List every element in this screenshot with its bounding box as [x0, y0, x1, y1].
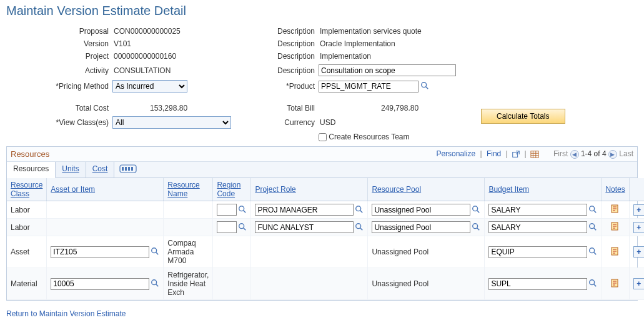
project-desc: Implementation	[319, 52, 481, 61]
page-title: Maintain Version Estimate Detail	[6, 4, 638, 18]
pricing-method-select[interactable]: As Incurred	[112, 80, 187, 92]
add-row-button[interactable]: +	[633, 246, 644, 258]
region-code-lookup-icon[interactable]	[238, 205, 247, 215]
col-resource-name[interactable]: Resource Name	[164, 178, 213, 201]
budget-item-lookup-icon[interactable]	[588, 247, 597, 257]
product-lookup-icon[interactable]	[420, 81, 429, 91]
activity-label: Activity	[6, 66, 112, 75]
budget-item-lookup-icon[interactable]	[588, 222, 597, 232]
pager-first: First	[553, 149, 568, 158]
resource-pool-input[interactable]	[372, 204, 470, 216]
currency-value: USD	[319, 118, 481, 127]
version-desc: Oracle Implementation	[319, 39, 481, 48]
budget-item-input[interactable]	[488, 221, 587, 233]
product-label: *Product	[269, 82, 319, 91]
region-code-input[interactable]	[217, 204, 237, 216]
tab-units[interactable]: Units	[56, 162, 86, 178]
col-project-role[interactable]: Project Role	[251, 178, 368, 201]
resource-pool-input[interactable]	[372, 221, 470, 233]
project-role-lookup-icon[interactable]	[355, 205, 364, 215]
proposal-desc: Implementation services quote	[319, 27, 481, 36]
personalize-link[interactable]: Personalize	[436, 149, 475, 158]
add-row-button[interactable]: +	[633, 204, 644, 216]
asset-item-lookup-icon[interactable]	[151, 247, 159, 257]
activity-value: CONSULTATION	[112, 66, 269, 75]
col-resource-pool[interactable]: Resource Pool	[368, 178, 485, 201]
find-link[interactable]: Find	[487, 149, 501, 158]
asset-item-lookup-icon[interactable]	[151, 279, 159, 289]
pricing-method-label: *Pricing Method	[6, 82, 112, 91]
region-code-input[interactable]	[217, 221, 237, 233]
activity-desc-input[interactable]	[319, 64, 456, 76]
asset-item-input[interactable]	[51, 278, 149, 290]
resources-grid: Resources Personalize | Find | | First ◀…	[6, 146, 638, 301]
budget-item-lookup-icon[interactable]	[588, 279, 597, 289]
resource-name-cell	[164, 219, 213, 236]
notes-icon[interactable]	[610, 281, 620, 290]
product-input[interactable]	[319, 81, 419, 92]
calculate-totals-button[interactable]: Calculate Totals	[481, 109, 565, 124]
version-value: V101	[112, 39, 269, 48]
total-cost-label: Total Cost	[6, 104, 112, 112]
asset-item-input[interactable]	[51, 246, 149, 258]
total-bill-value: 249,798.80	[319, 104, 481, 112]
budget-item-lookup-icon[interactable]	[588, 205, 597, 215]
project-role-lookup-icon[interactable]	[355, 222, 364, 232]
resource-name-cell: Compaq Armada M700	[164, 236, 213, 268]
resource-pool-lookup-icon[interactable]	[472, 205, 480, 215]
add-row-button[interactable]: +	[633, 278, 644, 289]
resource-pool-value: Unassigned Pool	[372, 248, 429, 256]
proposal-value: CON000000000025	[112, 27, 269, 36]
tab-resources[interactable]: Resources	[7, 162, 56, 178]
table-row: Labor + −	[7, 219, 644, 236]
proposal-label: Proposal	[6, 27, 112, 36]
resource-class-cell: Material	[7, 268, 47, 300]
col-asset-item[interactable]: Asset or Item	[47, 178, 164, 201]
project-role-input[interactable]	[255, 221, 354, 233]
create-resources-team-checkbox[interactable]	[319, 133, 327, 141]
tab-cost[interactable]: Cost	[86, 162, 115, 178]
col-notes[interactable]: Notes	[602, 178, 629, 201]
currency-label: Currency	[269, 118, 319, 127]
activity-desc-label: Description	[269, 66, 319, 75]
view-classes-select[interactable]: All	[112, 116, 231, 129]
zoom-icon[interactable]	[512, 149, 520, 158]
table-row: Labor + −	[7, 201, 644, 219]
expand-tabs-icon[interactable]	[114, 162, 142, 178]
total-cost-value: 153,298.80	[112, 104, 269, 112]
region-code-lookup-icon[interactable]	[238, 222, 247, 232]
version-label: Version	[6, 39, 112, 48]
notes-icon[interactable]	[610, 249, 620, 258]
add-row-button[interactable]: +	[633, 222, 644, 233]
return-link[interactable]: Return to Maintain Version Estimate	[6, 309, 126, 318]
view-all-icon[interactable]	[530, 149, 539, 158]
resource-pool-lookup-icon[interactable]	[472, 222, 480, 232]
budget-item-input[interactable]	[488, 246, 587, 258]
resource-pool-value: Unassigned Pool	[372, 279, 429, 288]
view-classes-label: *View Class(es)	[6, 118, 112, 127]
pager-range: 1-4 of 4	[581, 149, 607, 158]
table-row: Material Refrigerator, Inside Heat Exch …	[7, 268, 644, 300]
resource-class-cell: Labor	[7, 201, 47, 219]
total-bill-label: Total Bill	[269, 104, 319, 112]
resource-class-cell: Labor	[7, 219, 47, 236]
pager-last: Last	[619, 149, 633, 158]
project-value: 000000000000160	[112, 52, 269, 61]
create-resources-team-label: Create Resources Team	[329, 132, 409, 141]
notes-icon[interactable]	[610, 207, 620, 216]
project-desc-label: Description	[269, 52, 319, 61]
proposal-desc-label: Description	[269, 27, 319, 36]
col-budget-item[interactable]: Budget Item	[485, 178, 602, 201]
pager-next-icon[interactable]: ▶	[608, 150, 617, 159]
project-role-input[interactable]	[255, 204, 354, 216]
table-row: Asset Compaq Armada M700 Unassigned Pool…	[7, 236, 644, 268]
col-region-code[interactable]: Region Code	[213, 178, 251, 201]
resource-name-cell: Refrigerator, Inside Heat Exch	[164, 268, 213, 300]
budget-item-input[interactable]	[488, 204, 587, 216]
project-label: Project	[6, 52, 112, 61]
budget-item-input[interactable]	[488, 278, 587, 290]
resource-class-cell: Asset	[7, 236, 47, 268]
pager-prev-icon[interactable]: ◀	[570, 150, 579, 159]
col-resource-class[interactable]: Resource Class	[7, 178, 47, 201]
notes-icon[interactable]	[610, 224, 620, 233]
